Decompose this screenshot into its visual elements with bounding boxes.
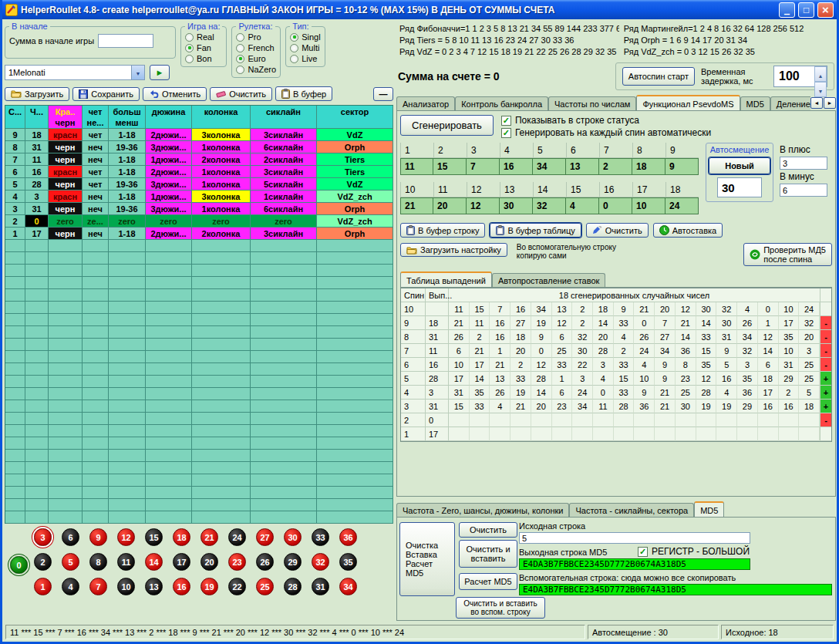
- minus-input[interactable]: [780, 184, 827, 197]
- column-header[interactable]: Кра..черн: [49, 106, 83, 129]
- spins-tab-0[interactable]: Таблица выпадений: [400, 271, 492, 287]
- main-tab-5[interactable]: Деление ко: [770, 96, 810, 110]
- board-number-36[interactable]: 36: [339, 528, 357, 546]
- column-header[interactable]: С...: [5, 106, 25, 129]
- autoshift-value-input[interactable]: [717, 177, 762, 197]
- main-tab-2[interactable]: Частоты по числам: [548, 96, 636, 110]
- maximize-button[interactable]: [798, 2, 814, 18]
- md5-big-button[interactable]: Очистка Вставка Расчет MD5: [399, 522, 455, 596]
- board-number-28[interactable]: 28: [284, 578, 302, 595]
- main-tab-1[interactable]: Контроль банкролла: [455, 96, 548, 110]
- radio-live[interactable]: Live: [290, 53, 320, 64]
- column-header[interactable]: сиклайн: [251, 106, 317, 129]
- board-number-3[interactable]: 3: [34, 528, 52, 546]
- radio-euro[interactable]: Euro: [236, 53, 276, 64]
- board-number-27[interactable]: 27: [256, 528, 274, 546]
- freq-tab-1[interactable]: Частота - сиклайны, сектора: [569, 503, 694, 517]
- spins-tab-1[interactable]: Автопроставление ставок: [492, 273, 605, 287]
- board-number-7[interactable]: 7: [89, 578, 107, 595]
- chevron-down-icon[interactable]: [131, 66, 144, 79]
- board-number-31[interactable]: 31: [312, 578, 329, 595]
- board-number-35[interactable]: 35: [339, 553, 357, 571]
- buffer-row-button[interactable]: В буфер строку: [400, 223, 485, 238]
- radio-bon[interactable]: Bon: [185, 53, 222, 64]
- close-button[interactable]: [817, 2, 834, 18]
- md5-source-input[interactable]: [519, 532, 750, 544]
- board-number-10[interactable]: 10: [117, 578, 135, 595]
- main-tab-0[interactable]: Анализатор: [396, 96, 455, 110]
- board-number-33[interactable]: 33: [312, 528, 329, 546]
- board-number-22[interactable]: 22: [228, 578, 246, 595]
- board-number-11[interactable]: 11: [117, 553, 135, 571]
- column-header[interactable]: четне...: [83, 106, 109, 129]
- column-header[interactable]: Ч...: [25, 106, 49, 129]
- buffer-button[interactable]: В буфер: [275, 86, 332, 101]
- undo-button[interactable]: Отменить: [143, 87, 207, 101]
- load-settings-button[interactable]: Загрузить настройку: [400, 243, 507, 257]
- checkbox-show-status[interactable]: Показывать в строке статуса: [501, 115, 711, 126]
- clear-gen-button[interactable]: Очистить: [586, 223, 649, 238]
- column-header[interactable]: колонка: [192, 106, 251, 129]
- autoshift-new-button[interactable]: Новый: [709, 157, 770, 174]
- board-number-21[interactable]: 21: [200, 528, 218, 546]
- collapse-button[interactable]: —: [373, 87, 393, 101]
- autospin-start-button[interactable]: Автоспин старт: [622, 67, 695, 86]
- board-number-17[interactable]: 17: [173, 553, 190, 571]
- board-number-5[interactable]: 5: [62, 553, 79, 571]
- minimize-button[interactable]: [779, 2, 795, 18]
- preset-select[interactable]: 1Melonati: [5, 65, 145, 80]
- play-button[interactable]: [150, 65, 170, 80]
- freq-tab-0[interactable]: Частота - Zero, шансы, дюжины, колонки: [396, 503, 569, 517]
- board-number-26[interactable]: 26: [256, 553, 274, 571]
- md5-clear-paste-aux-button[interactable]: Очистить и вставить во вспом. строку: [456, 597, 545, 619]
- main-tab-3[interactable]: Функционал PsevdoMS: [636, 95, 740, 110]
- plus-input[interactable]: [780, 157, 827, 170]
- clear-button[interactable]: Очистить: [210, 87, 272, 101]
- board-number-19[interactable]: 19: [200, 578, 218, 595]
- md5-aux-field[interactable]: E4DA3B7FBBCE2345D7772B0674A318D5: [519, 584, 832, 595]
- board-number-14[interactable]: 14: [145, 553, 163, 571]
- check-md5-button[interactable]: Проверить МД5 после спина: [743, 243, 832, 266]
- board-number-34[interactable]: 34: [339, 578, 357, 595]
- load-button[interactable]: Загрузить: [5, 87, 69, 101]
- board-number-23[interactable]: 23: [228, 553, 246, 571]
- md5-clear-button[interactable]: Очистить: [459, 522, 517, 538]
- radio-french[interactable]: French: [236, 42, 276, 53]
- board-number-29[interactable]: 29: [284, 553, 302, 571]
- md5-clear-paste-button[interactable]: Очистить и вставить: [459, 540, 517, 568]
- board-number-16[interactable]: 16: [173, 578, 190, 595]
- delay-spinner[interactable]: 100: [773, 66, 827, 87]
- radio-nazero[interactable]: NaZero: [236, 64, 276, 75]
- radio-real[interactable]: Real: [185, 32, 222, 42]
- board-number-0[interactable]: 0: [10, 556, 28, 574]
- board-number-25[interactable]: 25: [256, 578, 274, 595]
- column-header[interactable]: дюжина: [146, 106, 192, 129]
- checkbox-auto-generate[interactable]: Генерировать на каждый спин автоматическ…: [501, 127, 711, 138]
- board-number-6[interactable]: 6: [62, 528, 79, 546]
- radio-pro[interactable]: Pro: [236, 32, 276, 42]
- radio-fan[interactable]: Fan: [185, 42, 222, 53]
- column-header[interactable]: большменш: [109, 106, 146, 129]
- board-number-15[interactable]: 15: [145, 528, 163, 546]
- board-number-4[interactable]: 4: [62, 578, 79, 595]
- md5-output-field[interactable]: E4DA3B7FBBCE2345D7772B0674A318D5: [519, 558, 750, 570]
- save-button[interactable]: Сохранить: [72, 87, 140, 101]
- board-number-20[interactable]: 20: [200, 553, 218, 571]
- titlebar[interactable]: HelperRoullet 4.8- create helperroullet@…: [2, 0, 837, 19]
- freq-tab-2[interactable]: MD5: [694, 501, 724, 517]
- column-header[interactable]: сектор: [317, 106, 393, 129]
- radio-multi[interactable]: Multi: [290, 42, 320, 53]
- spinner-up-button[interactable]: [814, 66, 827, 82]
- tab-scroll-left-button[interactable]: [810, 97, 823, 109]
- generate-button[interactable]: Сгенерировать: [400, 115, 494, 136]
- main-tab-4[interactable]: MD5: [740, 96, 770, 110]
- board-number-18[interactable]: 18: [173, 528, 190, 546]
- board-number-32[interactable]: 32: [312, 553, 329, 571]
- md5-calc-button[interactable]: Расчет MD5: [459, 573, 517, 590]
- md5-register-checkbox[interactable]: РЕГИСТР - БОЛЬШОЙ: [638, 546, 750, 557]
- board-number-24[interactable]: 24: [228, 528, 246, 546]
- buffer-table-button[interactable]: В буфер таблицу: [490, 223, 581, 238]
- board-number-13[interactable]: 13: [145, 578, 163, 595]
- autobet-button[interactable]: Автоставка: [653, 223, 723, 238]
- tab-scroll-right-button[interactable]: [824, 97, 836, 109]
